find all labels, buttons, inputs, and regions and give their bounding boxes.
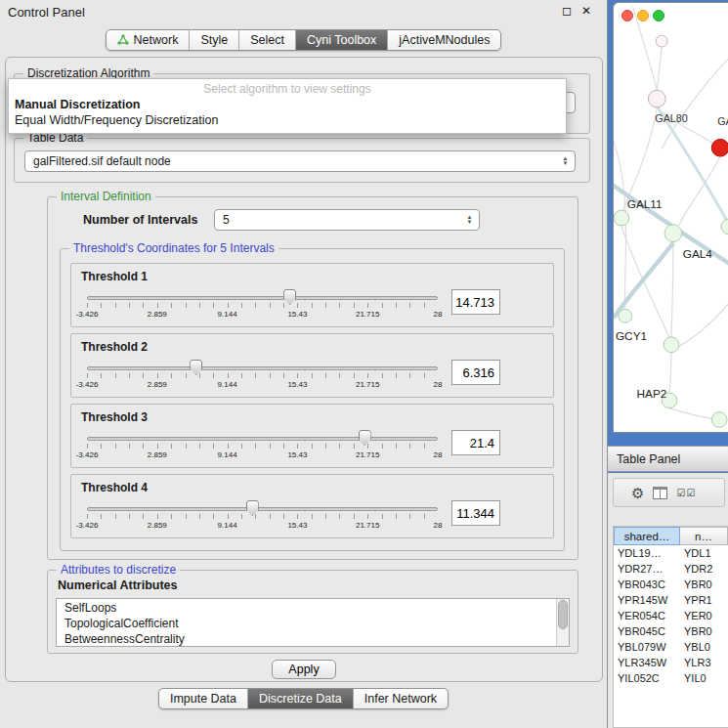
network-node[interactable]: [721, 219, 728, 235]
threshold-panel: Threshold 3 -3.4262.8599.14415.4321.7152…: [70, 404, 554, 468]
network-view-window: GAL80 GA GAL11 GAL4 GCY1 HAP2: [613, 2, 728, 433]
network-edge[interactable]: [669, 408, 717, 420]
slider-track[interactable]: [87, 296, 438, 300]
network-edge[interactable]: [669, 353, 671, 393]
table-cell[interactable]: YIL0: [680, 670, 728, 686]
network-edge-thick[interactable]: [614, 243, 673, 319]
table-row[interactable]: YER054CYER0: [614, 608, 728, 623]
list-scrollbar-thumb[interactable]: [558, 600, 568, 629]
network-node[interactable]: [664, 337, 679, 353]
table-cell[interactable]: YDR27…: [614, 561, 680, 577]
table-cell[interactable]: YER0: [680, 608, 728, 623]
table-data-combobox[interactable]: galFiltered.sif default node ▲▼: [24, 150, 576, 172]
slider-scale: -3.4262.8599.14415.4321.71528: [87, 450, 438, 462]
tab-discretize-data[interactable]: Discretize Data: [248, 689, 354, 708]
slider-track[interactable]: [87, 507, 438, 511]
numerical-attributes-list: SelfLoopsTopologicalCoefficientBetweenne…: [57, 600, 555, 646]
table-cell[interactable]: YBR043C: [614, 577, 680, 592]
tab-jactivemnodules[interactable]: jActiveMNodules: [388, 30, 500, 50]
table-row[interactable]: YBR045CYBR0: [614, 623, 728, 639]
tab-style[interactable]: Style: [190, 30, 239, 50]
close-panel-icon[interactable]: ✕: [581, 4, 591, 18]
threshold-slider[interactable]: -3.4262.8599.14415.4321.71528: [87, 430, 438, 467]
table-cell[interactable]: YBR045C: [614, 623, 680, 639]
network-edge[interactable]: [657, 47, 662, 90]
minimize-window-button[interactable]: [637, 10, 649, 21]
columns-icon[interactable]: [653, 487, 667, 499]
table-cell[interactable]: YBR0: [680, 623, 728, 639]
table-cell[interactable]: YBL079W: [614, 639, 680, 655]
network-node[interactable]: [656, 35, 667, 47]
table-row[interactable]: YDL19…YDL1: [614, 545, 728, 561]
table-row[interactable]: YPR145WYPR1: [614, 592, 728, 608]
table-cell[interactable]: YBR0: [680, 577, 728, 592]
popup-option-manual-discretization[interactable]: Manual Discretization: [9, 97, 566, 112]
node-gal11[interactable]: [614, 210, 629, 226]
table-cell[interactable]: YDL19…: [614, 545, 680, 561]
network-canvas[interactable]: GAL80 GA GAL11 GAL4 GCY1 HAP2: [614, 3, 728, 432]
table-cell[interactable]: YPR1: [680, 592, 728, 608]
num-intervals-row: Number of Intervals 5 ▲▼: [48, 209, 578, 233]
column-header-shared-name[interactable]: shared…: [614, 527, 680, 545]
selected-red-node[interactable]: [711, 139, 728, 156]
network-edge[interactable]: [679, 156, 720, 226]
table-row[interactable]: YIL052CYIL0: [614, 670, 728, 686]
attribute-list-item[interactable]: BetweennessCentrality: [57, 631, 555, 646]
threshold-value-field[interactable]: [451, 500, 500, 526]
table-cell[interactable]: YER054C: [614, 608, 680, 623]
combo-arrows-icon: ▲▼: [559, 151, 572, 171]
threshold-slider[interactable]: -3.4262.8599.14415.4321.71528: [87, 289, 438, 326]
table-panel: ⚙ ☑☑ shared… n… YDL19…YDL1YDR27…YDR2YBR0…: [608, 473, 728, 728]
threshold-value-field[interactable]: [451, 360, 500, 385]
threshold-label: Threshold 2: [81, 340, 148, 354]
float-panel-icon[interactable]: ◻: [562, 4, 572, 18]
close-window-button[interactable]: [621, 10, 633, 21]
node-gcy1[interactable]: [619, 309, 632, 322]
numerical-attributes-heading: Numerical Attributes: [58, 578, 177, 592]
table-cell[interactable]: YLR3: [680, 655, 728, 670]
select-columns-icon[interactable]: ☑☑: [676, 488, 696, 498]
table-cell[interactable]: YIL052C: [614, 670, 680, 686]
table-row[interactable]: YBL079WYBL0: [614, 639, 728, 655]
zoom-window-button[interactable]: [653, 10, 664, 21]
table-row[interactable]: YDR27…YDR2: [614, 561, 728, 577]
gear-icon[interactable]: ⚙: [631, 486, 644, 500]
num-intervals-value: 5: [223, 213, 230, 227]
table-cell[interactable]: YDR2: [680, 561, 728, 577]
threshold-value-field[interactable]: [451, 289, 500, 315]
tab-cyni-toolbox[interactable]: Cyni Toolbox: [296, 30, 388, 50]
network-edge[interactable]: [671, 242, 673, 337]
tab-impute-data[interactable]: Impute Data: [159, 689, 248, 708]
slider-track[interactable]: [87, 437, 438, 441]
table-row[interactable]: YLR345WYLR3: [614, 655, 728, 670]
column-header-name[interactable]: n…: [680, 527, 728, 545]
tab-infer-network[interactable]: Infer Network: [354, 689, 448, 708]
tab-select[interactable]: Select: [239, 30, 296, 50]
network-node[interactable]: [711, 412, 727, 428]
node-gal4[interactable]: [664, 225, 682, 242]
slider-scale: -3.4262.8599.14415.4321.71528: [87, 521, 438, 533]
table-cell[interactable]: YDL1: [680, 545, 728, 561]
tab-network[interactable]: Network: [107, 30, 191, 50]
threshold-slider[interactable]: -3.4262.8599.14415.4321.71528: [87, 500, 438, 537]
interval-definition-group: Interval Definition Number of Intervals …: [47, 196, 578, 560]
num-intervals-combobox[interactable]: 5 ▲▼: [214, 209, 480, 231]
apply-button[interactable]: Apply: [272, 660, 335, 679]
node-gal80[interactable]: [648, 90, 665, 107]
attribute-list-item[interactable]: TopologicalCoefficient: [57, 616, 555, 631]
slider-track[interactable]: [87, 366, 438, 370]
table-cell[interactable]: YPR145W: [614, 592, 680, 608]
table-cell[interactable]: YBL0: [680, 639, 728, 655]
attribute-list-item[interactable]: SelfLoops: [57, 600, 555, 616]
table-row[interactable]: YBR043CYBR0: [614, 577, 728, 592]
network-edge[interactable]: [662, 60, 728, 149]
threshold-value-field[interactable]: [451, 430, 500, 455]
threshold-slider[interactable]: -3.4262.8599.14415.4321.71528: [87, 360, 438, 397]
list-scrollbar[interactable]: [556, 599, 569, 646]
popup-prompt: Select algorithm to view settings: [9, 79, 566, 97]
network-edge[interactable]: [678, 304, 728, 346]
threshold-label: Threshold 3: [81, 410, 148, 424]
popup-option-equal-width-frequency[interactable]: Equal Width/Frequency Discretization: [9, 112, 566, 128]
cyni-toolbox-panel: Discretization Algorithm ▲▼ Table Data g…: [5, 57, 603, 682]
table-cell[interactable]: YLR345W: [614, 655, 680, 670]
